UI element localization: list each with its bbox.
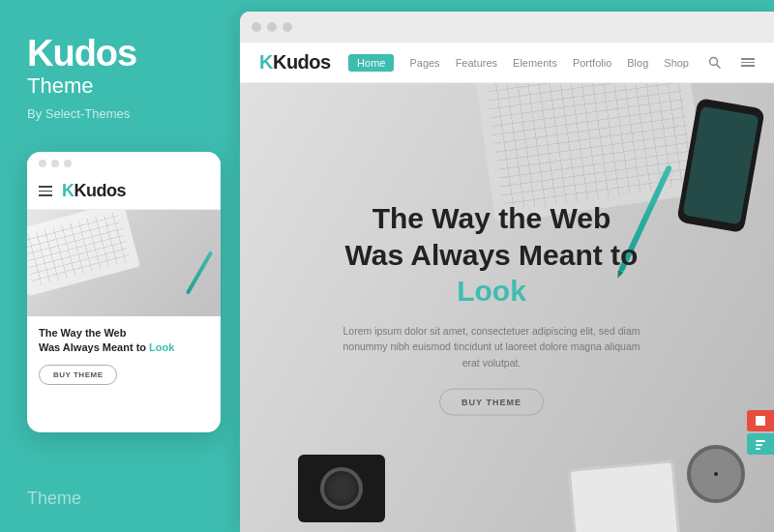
pill-teal: [747, 433, 774, 455]
brand-subtitle: Theme: [27, 74, 93, 99]
nav-item-elements[interactable]: Elements: [513, 57, 557, 69]
mobile-logo: KKudos: [62, 181, 126, 201]
nav-item-home[interactable]: Home: [348, 54, 394, 72]
mobile-logo-k: K: [62, 181, 74, 200]
browser-dot-2: [267, 22, 277, 32]
hamburger-icon[interactable]: [39, 186, 52, 196]
tablet-decoration: [568, 459, 681, 532]
hero-cta-button[interactable]: BUY THEME: [439, 388, 544, 415]
mobile-headline: The Way the WebWas Always Meant to Look: [39, 326, 209, 355]
hero-section: The Way the Web Was Always Meant to Look…: [240, 83, 774, 532]
nav-item-pages[interactable]: Pages: [409, 57, 439, 69]
watch-decoration: [687, 445, 745, 503]
hero-content: The Way the Web Was Always Meant to Look…: [337, 200, 646, 416]
brand-by: By Select-Themes: [27, 106, 130, 121]
right-pills: [747, 410, 774, 455]
svg-line-1: [717, 65, 721, 69]
mobile-headline-accent: Look: [149, 341, 174, 353]
nav-item-shop[interactable]: Shop: [664, 57, 689, 69]
mobile-hero-image: [27, 210, 221, 316]
theme-label: Theme: [27, 488, 81, 509]
browser-dot-3: [283, 22, 292, 32]
dot-2: [51, 160, 59, 167]
right-panel: KKudos Home Pages Features Elements Port…: [240, 12, 774, 532]
mobile-keyboard-decoration: [27, 210, 140, 296]
mobile-nav: KKudos: [27, 175, 221, 210]
browser-chrome: [240, 12, 774, 43]
hero-description: Lorem ipsum dolor sit amet, consectetuer…: [337, 322, 646, 370]
hero-headline-accent: Look: [457, 275, 526, 307]
mobile-dots: [27, 152, 221, 175]
desktop-logo: KKudos: [259, 51, 331, 74]
search-icon[interactable]: [708, 56, 722, 70]
svg-rect-3: [756, 440, 765, 442]
brand-title: Kudos: [27, 35, 136, 72]
svg-rect-5: [756, 448, 760, 450]
dot-1: [39, 160, 46, 167]
camera-decoration: [298, 455, 385, 522]
svg-rect-2: [756, 416, 765, 426]
desktop-logo-k: K: [259, 51, 273, 73]
menu-icon[interactable]: [741, 56, 755, 70]
mobile-pen-decoration: [186, 251, 213, 294]
svg-rect-4: [756, 444, 762, 446]
mobile-preview-card: KKudos The Way the WebWas Always Meant t…: [27, 152, 221, 432]
hero-headline: The Way the Web Was Always Meant to Look: [337, 200, 646, 310]
mobile-content: The Way the WebWas Always Meant to Look …: [27, 316, 221, 395]
browser-dot-1: [252, 22, 261, 32]
left-panel: Kudos Theme By Select-Themes KKudos The …: [0, 0, 240, 532]
nav-items: Home Pages Features Elements Portfolio B…: [348, 54, 755, 72]
nav-item-portfolio[interactable]: Portfolio: [573, 57, 611, 69]
nav-item-blog[interactable]: Blog: [627, 57, 648, 69]
desktop-nav: KKudos Home Pages Features Elements Port…: [240, 43, 774, 83]
nav-item-features[interactable]: Features: [456, 57, 497, 69]
pill-red: [747, 410, 774, 431]
mobile-cta-button[interactable]: BUY THEME: [39, 365, 117, 385]
dot-3: [64, 160, 72, 167]
